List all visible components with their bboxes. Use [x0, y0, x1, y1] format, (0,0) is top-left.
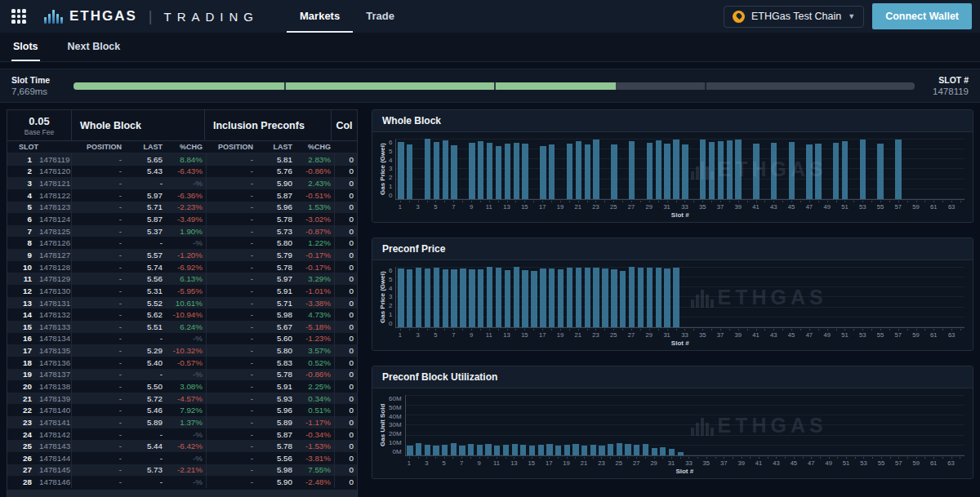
y-axis-ticks: 60M50M40M30M20M10M0M [386, 395, 405, 455]
table-row[interactable]: 281478146---%-5.90-2.48%0 [7, 476, 357, 488]
y-axis-ticks: 6543210 [386, 267, 395, 327]
plot-area [395, 267, 964, 327]
base-fee-value: 0.05 [29, 115, 49, 127]
col-header-chg-wb: %CHG [163, 143, 206, 151]
table-rows: 11478119-5.658.84%-5.812.83%021478120-5.… [7, 153, 357, 488]
col-header-chg-ip: %CHG [292, 143, 334, 151]
table-row[interactable]: 171478135-5.29-10.32%-5.803.57%0 [7, 344, 357, 357]
chevron-down-icon: ▼ [848, 12, 855, 20]
chart-whole-block: Whole Block Gas Price (Gwei) 6543210 135… [372, 109, 973, 223]
table-row[interactable]: 271478145-5.73-2.21%-5.987.55%0 [7, 464, 357, 477]
table-row[interactable]: 111478129-5.566.13%-5.973.29%0 [7, 273, 357, 285]
x-axis-label: Slot # [395, 339, 964, 347]
progress-tick-50 [494, 82, 496, 90]
chart-title: Preconf Price [382, 243, 445, 255]
chart-title: Whole Block [382, 115, 441, 126]
bar-series [396, 267, 964, 327]
tab-slots[interactable]: Slots [11, 33, 40, 61]
table-row[interactable]: 221478140-5.467.92%-5.960.51%0 [7, 404, 357, 416]
brand-divider: | [149, 8, 153, 25]
table-row[interactable]: 241478142---%-5.87-0.34%0 [7, 428, 357, 441]
chart-preconf-block-utilization: Preconf Block Utilization Gas Unit Sold … [372, 366, 973, 479]
plot-area [395, 139, 964, 199]
table-horizontal-scrollbar[interactable] [7, 490, 357, 497]
nav-item-trade[interactable]: Trade [353, 0, 408, 33]
group-inclusion-preconfs: Inclusion Preconfs [204, 110, 331, 140]
table-row[interactable]: 191478137---%-5.78-0.86%0 [7, 369, 357, 381]
chain-label: ETHGas Test Chain [751, 11, 841, 22]
slot-time-label: Slot Time [11, 75, 62, 85]
x-axis-label: Slot # [395, 211, 964, 219]
table-row[interactable]: 261478144---%-5.56-3.81%0 [7, 452, 357, 464]
table-row[interactable]: 231478141-5.891.37%-5.89-1.17%0 [7, 416, 357, 428]
chain-flame-icon [733, 11, 745, 23]
base-fee-cell: 0.05 Base Fee [7, 110, 71, 140]
table-row[interactable]: 21478120-5.43-6.43%-5.76-0.86%0 [7, 166, 357, 178]
ethgas-logo-icon [44, 9, 63, 24]
bar-series [396, 139, 964, 199]
slot-time-value: 7,669ms [11, 87, 62, 96]
table-row[interactable]: 31478121---%-5.902.43%0 [7, 177, 357, 189]
table-row[interactable]: 251478143-5.44-6.42%-5.78-1.53%0 [7, 440, 357, 452]
slot-number-label: SLOT # [926, 75, 969, 85]
x-axis-label: Slot # [405, 468, 964, 475]
app-grid-icon[interactable] [11, 9, 26, 24]
col-header-slot: SLOT [7, 143, 71, 151]
progress-tick-75 [705, 82, 706, 90]
bar-series [406, 395, 964, 455]
y-axis-label: Gas Unit Sold [379, 395, 386, 455]
product-name: TRADING [164, 10, 260, 24]
top-bar: ETHGAS | TRADING Markets Trade ETHGas Te… [0, 0, 980, 33]
table-row[interactable]: 211478139-5.72-4.57%-5.930.34%0 [7, 393, 357, 405]
y-axis-label: Gas Price (Gwei) [379, 139, 386, 199]
x-axis-ticks: 1357911131517192123252729313335373941434… [395, 201, 964, 211]
chain-selector[interactable]: ETHGas Test Chain ▼ [724, 6, 864, 28]
plot-area [405, 395, 964, 455]
slot-progress-fill [74, 82, 616, 90]
col-header-last-wb: LAST [122, 143, 163, 151]
table-row[interactable]: 51478123-5.71-2.23%-5.961.53%0 [7, 202, 357, 214]
table-row[interactable]: 131478131-5.5210.61%-5.71-3.38%0 [7, 297, 357, 309]
tab-next-block[interactable]: Next Block [66, 33, 122, 61]
y-axis-ticks: 6543210 [386, 139, 395, 199]
group-collateral: Col [331, 110, 357, 140]
col-header-position-ip: POSITION [206, 143, 253, 151]
progress-tick-25 [284, 82, 286, 90]
table-row[interactable]: 81478126---%-5.801.22%0 [7, 237, 357, 249]
nav-item-markets[interactable]: Markets [287, 0, 353, 33]
slot-progress-bar[interactable] [74, 82, 915, 90]
col-header-last-ip: LAST [253, 143, 292, 151]
table-row[interactable]: 141478132-5.62-10.94%-5.984.73%0 [7, 308, 357, 321]
table-row[interactable]: 151478133-5.516.24%-5.67-5.18%0 [7, 321, 357, 333]
brand-name: ETHGAS [69, 8, 137, 24]
connect-wallet-button[interactable]: Connect Wallet [872, 3, 972, 29]
base-fee-label: Base Fee [24, 128, 54, 136]
charts-column: Whole Block Gas Price (Gwei) 6543210 135… [372, 109, 973, 497]
markets-table: 0.05 Base Fee Whole Block Inclusion Prec… [7, 109, 358, 497]
table-row[interactable]: 11478119-5.658.84%-5.812.83%0 [7, 153, 357, 166]
group-whole-block: Whole Block [71, 110, 204, 140]
table-row[interactable]: 71478125-5.371.90%-5.73-0.87%0 [7, 225, 357, 237]
table-group-header: 0.05 Base Fee Whole Block Inclusion Prec… [7, 110, 357, 141]
slot-time-band: Slot Time 7,669ms SLOT # 1478119 [0, 69, 980, 103]
x-axis-ticks: 1357911131517192123252729313335373941434… [405, 457, 964, 467]
chart-title: Preconf Block Utilization [382, 371, 497, 383]
table-row[interactable]: 181478136-5.40-0.57%-5.830.52%0 [7, 357, 357, 369]
col-header-position-wb: POSITION [71, 143, 122, 151]
table-row[interactable]: 61478124-5.87-3.49%-5.78-3.02%0 [7, 213, 357, 225]
table-column-headers: SLOT POSITION LAST %CHG POSITION LAST %C… [7, 141, 357, 153]
y-axis-label: Gas Price (Gwei) [379, 267, 386, 327]
table-row[interactable]: 201478138-5.503.08%-5.912.25%0 [7, 380, 357, 393]
chart-preconf-price: Preconf Price Gas Price (Gwei) 6543210 1… [372, 237, 973, 351]
x-axis-ticks: 1357911131517192123252729313335373941434… [395, 329, 964, 339]
table-row[interactable]: 121478130-5.31-5.95%-5.91-1.01%0 [7, 285, 357, 297]
table-row[interactable]: 161478134---%-5.60-1.23%0 [7, 333, 357, 345]
table-row[interactable]: 41478122-5.97-6.36%-5.87-0.51%0 [7, 189, 357, 202]
top-nav: Markets Trade [287, 0, 408, 33]
view-tabs: Slots Next Block [0, 33, 980, 62]
table-row[interactable]: 91478127-5.57-1.20%-5.79-0.17%0 [7, 249, 357, 261]
slot-number-value: 1478119 [926, 87, 969, 96]
table-row[interactable]: 101478128-5.74-6.92%-5.78-0.17%0 [7, 261, 357, 273]
